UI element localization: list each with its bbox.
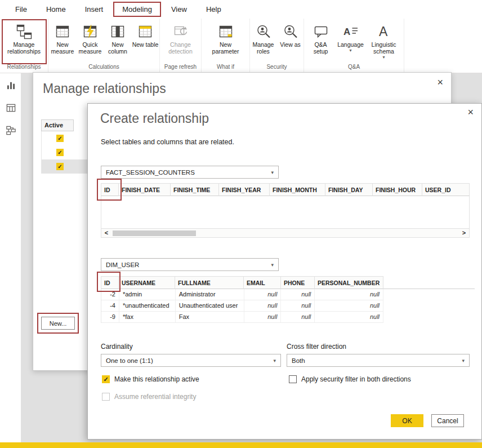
cell-username: *fax: [119, 312, 176, 322]
cell-personal-number: null: [315, 312, 383, 322]
svg-text:A: A: [343, 26, 350, 37]
linguistic-schema-label: Linguistic schema: [367, 41, 401, 55]
check-icon: ✓: [57, 150, 62, 156]
data-view-button[interactable]: [0, 99, 21, 118]
new-measure-icon: [55, 22, 70, 41]
chevron-down-icon: ▾: [271, 262, 274, 268]
first-table-dropdown[interactable]: FACT_SESSION_COUNTERS ▾: [101, 166, 279, 179]
new-measure-button[interactable]: New measure: [49, 21, 76, 55]
column-header-finish-day[interactable]: FINISH_DAY: [325, 183, 373, 196]
scroll-right-icon[interactable]: >: [459, 229, 469, 237]
chevron-down-icon: ▾: [382, 55, 385, 60]
cross-filter-dropdown-value: Both: [292, 357, 458, 364]
second-table-rows: -2 *admin Administrator null null null -…: [101, 289, 383, 323]
new-table-button[interactable]: New table: [132, 21, 159, 48]
change-detection-button: Change detection: [165, 21, 197, 55]
column-header-id[interactable]: ID: [101, 276, 119, 289]
new-parameter-button[interactable]: New parameter: [209, 21, 243, 55]
view-sidebar: [0, 73, 21, 442]
cross-filter-label: Cross filter direction: [287, 343, 346, 351]
second-table-dropdown[interactable]: DIM_USER ▾: [101, 258, 279, 271]
menu-tab-insert[interactable]: Insert: [75, 1, 113, 17]
quick-measure-icon: [83, 22, 97, 41]
column-header-finish-time[interactable]: FINISH_TIME: [171, 183, 219, 196]
column-header-finish-date[interactable]: FINISH_DATE: [119, 183, 171, 196]
column-header-username[interactable]: USERNAME: [119, 276, 175, 289]
menu-tab-file[interactable]: File: [6, 1, 37, 17]
header-filler: [383, 276, 475, 289]
scrollbar-thumb[interactable]: [113, 230, 196, 236]
manage-relationships-label: Manage relationships: [3, 41, 45, 55]
menu-tab-home[interactable]: Home: [37, 1, 75, 17]
cardinality-dropdown[interactable]: One to one (1:1) ▾: [101, 354, 281, 367]
menu-tab-view[interactable]: View: [162, 1, 197, 17]
ribbon-group-what-if: New parameter What if: [202, 19, 250, 73]
cardinality-label: Cardinality: [101, 343, 133, 351]
relationship-row-selected[interactable]: ✓: [41, 159, 88, 174]
menu-tab-modeling[interactable]: Modeling: [113, 1, 162, 17]
scroll-left-icon[interactable]: <: [101, 229, 111, 237]
column-header-personal-number[interactable]: PERSONAL_NUMBER: [315, 276, 383, 289]
active-checkbox[interactable]: ✓: [56, 135, 64, 142]
relationships-list: Active ✓ ✓ ✓: [41, 119, 88, 174]
column-header-finish-year[interactable]: FINISH_YEAR: [219, 183, 270, 196]
view-as-button[interactable]: View as: [277, 21, 304, 48]
second-table-preview: ID USERNAME FULLNAME EMAIL PHONE PERSONA…: [101, 276, 475, 323]
quick-measure-label: Quick measure: [77, 41, 104, 55]
active-checkbox[interactable]: ✓: [56, 149, 64, 156]
table-row: -2 *admin Administrator null null null: [101, 289, 383, 300]
linguistic-schema-button[interactable]: A Linguistic schema ▾: [367, 21, 401, 60]
view-as-icon: [283, 22, 298, 41]
qa-setup-button[interactable]: Q&A setup: [307, 21, 334, 55]
assume-referential-integrity-row: Assume referential integrity: [102, 393, 196, 401]
close-icon[interactable]: ×: [437, 77, 443, 87]
menubar: File Home Insert Modeling View Help: [0, 0, 482, 19]
second-table-header-row: ID USERNAME FULLNAME EMAIL PHONE PERSONA…: [101, 276, 475, 289]
menu-tab-help[interactable]: Help: [197, 1, 231, 17]
column-header-finish-hour[interactable]: FINISH_HOUR: [373, 183, 422, 196]
relationship-row[interactable]: ✓: [41, 131, 88, 145]
group-label-what-if: What if: [202, 63, 249, 73]
close-icon[interactable]: ×: [467, 107, 474, 117]
column-header-fullname[interactable]: FULLNAME: [175, 276, 244, 289]
new-relationship-button[interactable]: New...: [41, 317, 75, 330]
ribbon-group-calculations: New measure Quick measure New column: [48, 19, 160, 73]
manage-relationships-icon: [15, 22, 33, 41]
column-header-finish-month[interactable]: FINISH_MONTH: [270, 183, 325, 196]
manage-dialog-title: Manage relationships: [43, 81, 166, 96]
language-icon: A: [343, 22, 359, 41]
report-view-button[interactable]: [0, 77, 21, 96]
active-checkbox[interactable]: ✓: [56, 163, 64, 170]
linguistic-schema-icon: A: [377, 22, 391, 41]
make-relationship-active-checkbox[interactable]: ✓: [102, 375, 110, 383]
new-parameter-icon: [218, 22, 233, 41]
new-column-button[interactable]: New column: [104, 21, 131, 55]
column-header-user-id[interactable]: USER_ID: [422, 183, 470, 196]
cross-filter-dropdown[interactable]: Both ▾: [287, 354, 470, 367]
report-view-icon: [6, 80, 16, 93]
column-header-phone[interactable]: PHONE: [281, 276, 315, 289]
quick-measure-button[interactable]: Quick measure: [77, 21, 104, 55]
cell-phone: null: [281, 289, 315, 300]
scrollbar-track[interactable]: [111, 229, 459, 237]
manage-relationships-button[interactable]: Manage relationships: [3, 21, 45, 63]
new-column-label: New column: [104, 41, 131, 55]
group-label-relationships: Relationships: [0, 63, 48, 73]
column-header-email[interactable]: EMAIL: [244, 276, 281, 289]
group-label-calculations: Calculations: [48, 63, 159, 73]
column-header-id[interactable]: ID: [101, 183, 119, 196]
manage-roles-button[interactable]: Manage roles: [250, 21, 276, 55]
relationship-row[interactable]: ✓: [41, 145, 88, 159]
check-icon: ✓: [57, 164, 62, 170]
new-parameter-label: New parameter: [209, 41, 243, 55]
apply-security-filter-checkbox[interactable]: [289, 375, 297, 383]
change-detection-icon: [173, 22, 188, 41]
first-table-preview: ID FINISH_DATE FINISH_TIME FINISH_YEAR F…: [101, 183, 470, 238]
cancel-button[interactable]: Cancel: [431, 414, 464, 427]
ok-button[interactable]: OK: [391, 414, 423, 427]
change-detection-label: Change detection: [165, 41, 197, 55]
qa-setup-label: Q&A setup: [307, 41, 334, 55]
language-button[interactable]: A Language ▾: [335, 21, 367, 53]
model-view-button[interactable]: [0, 122, 21, 141]
horizontal-scrollbar[interactable]: < >: [101, 228, 470, 238]
